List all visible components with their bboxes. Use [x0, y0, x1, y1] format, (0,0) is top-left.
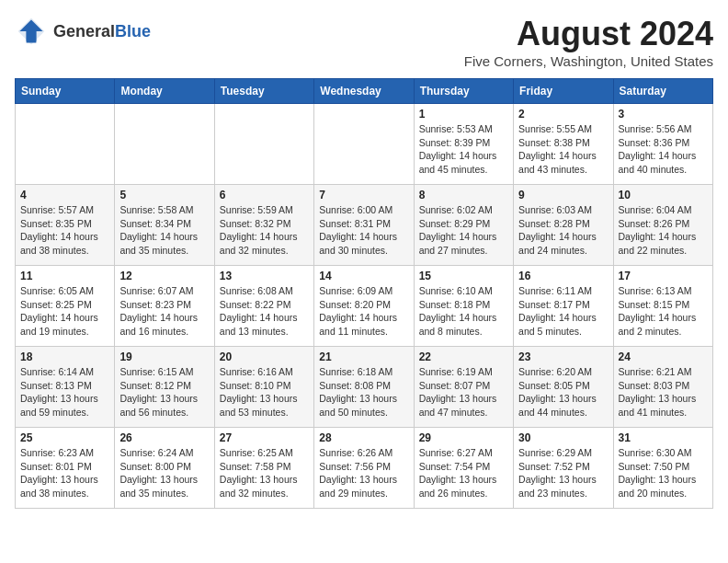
day-number: 2: [518, 108, 608, 121]
calendar-header-thursday: Thursday: [414, 79, 513, 104]
logo-text: General Blue: [53, 22, 151, 41]
day-number: 19: [119, 350, 209, 363]
day-number: 23: [518, 350, 608, 363]
calendar-cell: 30Sunrise: 6:29 AM Sunset: 7:52 PM Dayli…: [514, 428, 613, 509]
day-info: Sunrise: 5:56 AM Sunset: 8:36 PM Dayligh…: [619, 122, 708, 177]
calendar-cell: 19Sunrise: 6:15 AM Sunset: 8:12 PM Dayli…: [115, 347, 214, 428]
day-number: 24: [619, 350, 708, 363]
title-block: August 2024 Five Corners, Washington, Un…: [464, 15, 713, 69]
calendar-cell: 14Sunrise: 6:09 AM Sunset: 8:20 PM Dayli…: [314, 266, 414, 347]
day-number: 16: [518, 270, 608, 282]
day-info: Sunrise: 6:00 AM Sunset: 8:31 PM Dayligh…: [319, 203, 408, 258]
day-number: 26: [119, 431, 209, 444]
calendar-header-monday: Monday: [115, 79, 214, 104]
day-number: 3: [619, 108, 708, 121]
day-info: Sunrise: 5:55 AM Sunset: 8:38 PM Dayligh…: [518, 122, 608, 177]
day-info: Sunrise: 6:05 AM Sunset: 8:25 PM Dayligh…: [20, 284, 109, 339]
day-number: 4: [20, 189, 109, 201]
day-number: 11: [20, 270, 109, 282]
day-info: Sunrise: 6:14 AM Sunset: 8:13 PM Dayligh…: [20, 365, 109, 419]
day-info: Sunrise: 6:26 AM Sunset: 7:56 PM Dayligh…: [319, 446, 408, 500]
day-info: Sunrise: 5:58 AM Sunset: 8:34 PM Dayligh…: [119, 203, 209, 258]
day-number: 21: [319, 350, 408, 363]
day-number: 14: [319, 270, 408, 282]
calendar-week-4: 18Sunrise: 6:14 AM Sunset: 8:13 PM Dayli…: [16, 347, 713, 428]
calendar-cell: 21Sunrise: 6:18 AM Sunset: 8:08 PM Dayli…: [314, 347, 414, 428]
day-number: 28: [319, 431, 408, 444]
day-info: Sunrise: 6:07 AM Sunset: 8:23 PM Dayligh…: [119, 284, 209, 339]
day-info: Sunrise: 6:25 AM Sunset: 7:58 PM Dayligh…: [220, 446, 309, 500]
day-info: Sunrise: 6:18 AM Sunset: 8:08 PM Dayligh…: [319, 365, 408, 419]
calendar-cell: 10Sunrise: 6:04 AM Sunset: 8:26 PM Dayli…: [613, 185, 712, 266]
day-number: 9: [518, 189, 608, 201]
day-info: Sunrise: 6:23 AM Sunset: 8:01 PM Dayligh…: [20, 446, 109, 500]
calendar-cell: [314, 104, 414, 185]
calendar-header-tuesday: Tuesday: [214, 79, 313, 104]
day-info: Sunrise: 6:16 AM Sunset: 8:10 PM Dayligh…: [220, 365, 309, 419]
calendar-cell: 15Sunrise: 6:10 AM Sunset: 8:18 PM Dayli…: [414, 266, 513, 347]
calendar-cell: 26Sunrise: 6:24 AM Sunset: 8:00 PM Dayli…: [115, 428, 214, 509]
day-number: 15: [419, 270, 508, 282]
day-number: 6: [220, 189, 309, 201]
calendar-cell: 1Sunrise: 5:53 AM Sunset: 8:39 PM Daylig…: [414, 104, 513, 185]
calendar-cell: 2Sunrise: 5:55 AM Sunset: 8:38 PM Daylig…: [514, 104, 613, 185]
calendar-cell: 11Sunrise: 6:05 AM Sunset: 8:25 PM Dayli…: [16, 266, 115, 347]
day-info: Sunrise: 6:10 AM Sunset: 8:18 PM Dayligh…: [419, 284, 508, 339]
day-info: Sunrise: 6:19 AM Sunset: 8:07 PM Dayligh…: [419, 365, 508, 419]
calendar-cell: 25Sunrise: 6:23 AM Sunset: 8:01 PM Dayli…: [16, 428, 115, 509]
day-info: Sunrise: 5:53 AM Sunset: 8:39 PM Dayligh…: [419, 122, 508, 177]
calendar-cell: 5Sunrise: 5:58 AM Sunset: 8:34 PM Daylig…: [115, 185, 214, 266]
calendar-header-saturday: Saturday: [613, 79, 712, 104]
day-number: 8: [419, 189, 508, 201]
day-number: 5: [119, 189, 209, 201]
day-info: Sunrise: 5:57 AM Sunset: 8:35 PM Dayligh…: [20, 203, 109, 258]
day-info: Sunrise: 6:13 AM Sunset: 8:15 PM Dayligh…: [619, 284, 708, 339]
day-number: 1: [419, 108, 508, 121]
calendar-week-5: 25Sunrise: 6:23 AM Sunset: 8:01 PM Dayli…: [16, 428, 713, 509]
calendar-week-3: 11Sunrise: 6:05 AM Sunset: 8:25 PM Dayli…: [16, 266, 713, 347]
calendar-cell: 18Sunrise: 6:14 AM Sunset: 8:13 PM Dayli…: [16, 347, 115, 428]
calendar-cell: 3Sunrise: 5:56 AM Sunset: 8:36 PM Daylig…: [613, 104, 712, 185]
calendar-cell: 6Sunrise: 5:59 AM Sunset: 8:32 PM Daylig…: [214, 185, 313, 266]
calendar-cell: [16, 104, 115, 185]
day-number: 29: [419, 431, 508, 444]
location: Five Corners, Washington, United States: [464, 53, 713, 69]
calendar-cell: 16Sunrise: 6:11 AM Sunset: 8:17 PM Dayli…: [514, 266, 613, 347]
day-number: 31: [619, 431, 708, 444]
logo: General Blue: [15, 15, 151, 48]
day-info: Sunrise: 6:15 AM Sunset: 8:12 PM Dayligh…: [119, 365, 209, 419]
day-number: 13: [220, 270, 309, 282]
logo-general: General: [53, 22, 115, 41]
calendar-header-friday: Friday: [514, 79, 613, 104]
day-number: 12: [119, 270, 209, 282]
calendar-cell: 31Sunrise: 6:30 AM Sunset: 7:50 PM Dayli…: [613, 428, 712, 509]
calendar-cell: 13Sunrise: 6:08 AM Sunset: 8:22 PM Dayli…: [214, 266, 313, 347]
day-info: Sunrise: 6:03 AM Sunset: 8:28 PM Dayligh…: [518, 203, 608, 258]
calendar-table: SundayMondayTuesdayWednesdayThursdayFrid…: [15, 78, 713, 509]
day-number: 22: [419, 350, 508, 363]
calendar-cell: 12Sunrise: 6:07 AM Sunset: 8:23 PM Dayli…: [115, 266, 214, 347]
calendar-cell: 24Sunrise: 6:21 AM Sunset: 8:03 PM Dayli…: [613, 347, 712, 428]
day-number: 18: [20, 350, 109, 363]
calendar-cell: 20Sunrise: 6:16 AM Sunset: 8:10 PM Dayli…: [214, 347, 313, 428]
calendar-header-row: SundayMondayTuesdayWednesdayThursdayFrid…: [16, 79, 713, 104]
day-info: Sunrise: 6:11 AM Sunset: 8:17 PM Dayligh…: [518, 284, 608, 339]
calendar-cell: 8Sunrise: 6:02 AM Sunset: 8:29 PM Daylig…: [414, 185, 513, 266]
day-number: 27: [220, 431, 309, 444]
calendar-cell: 7Sunrise: 6:00 AM Sunset: 8:31 PM Daylig…: [314, 185, 414, 266]
calendar-cell: [214, 104, 313, 185]
calendar-cell: [115, 104, 214, 185]
day-number: 7: [319, 189, 408, 201]
day-info: Sunrise: 6:24 AM Sunset: 8:00 PM Dayligh…: [119, 446, 209, 500]
calendar-cell: 29Sunrise: 6:27 AM Sunset: 7:54 PM Dayli…: [414, 428, 513, 509]
calendar-week-1: 1Sunrise: 5:53 AM Sunset: 8:39 PM Daylig…: [16, 104, 713, 185]
calendar-cell: 17Sunrise: 6:13 AM Sunset: 8:15 PM Dayli…: [613, 266, 712, 347]
day-number: 20: [220, 350, 309, 363]
month-year: August 2024: [464, 15, 713, 53]
day-info: Sunrise: 6:20 AM Sunset: 8:05 PM Dayligh…: [518, 365, 608, 419]
calendar-cell: 4Sunrise: 5:57 AM Sunset: 8:35 PM Daylig…: [16, 185, 115, 266]
day-info: Sunrise: 6:29 AM Sunset: 7:52 PM Dayligh…: [518, 446, 608, 500]
calendar-cell: 28Sunrise: 6:26 AM Sunset: 7:56 PM Dayli…: [314, 428, 414, 509]
day-info: Sunrise: 6:04 AM Sunset: 8:26 PM Dayligh…: [619, 203, 708, 258]
day-info: Sunrise: 6:27 AM Sunset: 7:54 PM Dayligh…: [419, 446, 508, 500]
